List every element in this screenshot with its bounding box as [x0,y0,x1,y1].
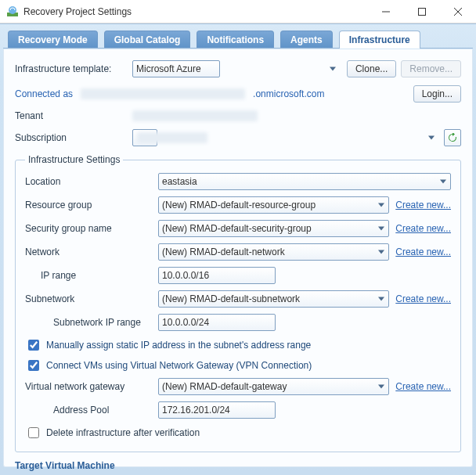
tab-infrastructure[interactable]: Infrastructure [339,31,420,49]
vpn-checkbox[interactable] [28,360,39,371]
vpn-checkbox-label: Connect VMs using Virtual Network Gatewa… [46,360,312,371]
connected-as-label: Connected as [15,88,73,99]
refresh-icon [448,133,457,142]
window-titlebar: Recovery Project Settings [0,0,476,23]
subnetwork-select[interactable]: (New) RMAD-default-subnetwork [158,290,389,308]
subnetwork-ip-range-input[interactable] [158,314,276,331]
window-title: Recovery Project Settings [23,6,368,17]
infrastructure-settings-legend: Infrastructure Settings [25,154,123,165]
subnetwork-create-link[interactable]: Create new... [395,293,451,304]
address-pool-label: Address Pool [25,405,158,416]
delete-infra-checkbox-row[interactable]: Delete infrastructure after verification [25,425,451,441]
window-maximize-button[interactable] [404,0,440,23]
clone-button[interactable]: Clone... [347,60,396,77]
app-icon [6,5,19,18]
template-label: Infrastructure template: [15,63,132,74]
security-group-label: Security group name [25,223,158,234]
tenant-label: Tenant [15,110,132,121]
vnet-gateway-create-link[interactable]: Create new... [395,381,451,392]
ip-range-label: IP range [25,270,158,281]
location-label: Location [25,176,158,187]
vnet-gateway-select[interactable]: (New) RMAD-default-gateway [158,378,389,395]
infrastructure-settings-group: Infrastructure Settings Location eastasi… [15,154,461,452]
subscription-select[interactable] [132,129,157,146]
tab-notifications[interactable]: Notifications [197,31,274,49]
login-button[interactable]: Login... [413,85,461,103]
security-group-select[interactable]: (New) RMAD-default-security-group [158,220,389,237]
resource-group-label: Resource group [25,200,158,211]
resource-group-select[interactable]: (New) RMAD-default-resource-group [158,196,389,214]
subnetwork-label: Subnetwork [25,293,158,304]
vnet-gateway-label: Virtual network gateway [25,381,158,392]
window-minimize-button[interactable] [368,0,404,23]
ip-range-input[interactable] [158,267,276,284]
window-close-button[interactable] [440,0,476,23]
target-vm-heading: Target Virtual Machine [15,460,461,471]
vpn-checkbox-row[interactable]: Connect VMs using Virtual Network Gatewa… [25,358,451,373]
tab-global-catalog[interactable]: Global Catalog [104,31,191,49]
network-create-link[interactable]: Create new... [395,246,451,257]
remove-button: Remove... [401,60,461,77]
delete-infra-checkbox[interactable] [28,427,39,438]
infrastructure-template-select[interactable]: Microsoft Azure [132,60,220,77]
static-ip-checkbox[interactable] [28,340,39,351]
subnetwork-ip-range-label: Subnetwork IP range [25,317,158,328]
connected-as-domain: .onmicrosoft.com [253,88,324,99]
tab-bar: Recovery Mode Global Catalog Notificatio… [0,24,476,49]
resource-group-create-link[interactable]: Create new... [395,200,451,211]
tenant-mask [132,110,258,121]
address-pool-input[interactable] [158,401,276,419]
network-label: Network [25,246,158,257]
tab-recovery-mode[interactable]: Recovery Mode [8,31,98,49]
subscription-label: Subscription [15,132,132,143]
location-select[interactable]: eastasia [158,173,451,190]
static-ip-checkbox-label: Manually assign static IP address in the… [46,340,311,351]
svg-rect-3 [419,8,426,15]
network-select[interactable]: (New) RMAD-default-network [158,243,389,261]
refresh-subscription-button[interactable] [444,129,461,146]
infrastructure-page: Infrastructure template: Microsoft Azure… [3,49,473,467]
static-ip-checkbox-row[interactable]: Manually assign static IP address in the… [25,337,451,353]
security-group-create-link[interactable]: Create new... [395,223,451,234]
delete-infra-checkbox-label: Delete infrastructure after verification [46,427,200,438]
connected-as-mask [81,88,245,99]
tab-agents[interactable]: Agents [280,31,333,49]
